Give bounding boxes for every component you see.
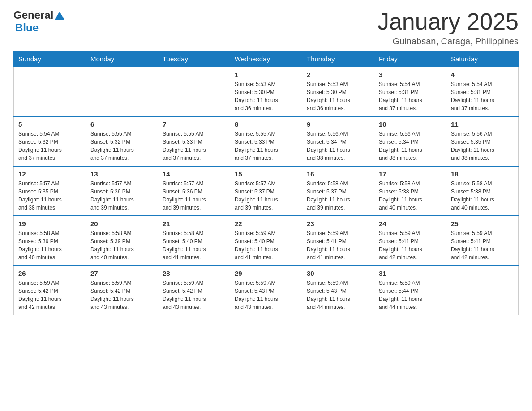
- day-number: 5: [18, 120, 81, 128]
- day-info: Sunrise: 5:59 AMSunset: 5:42 PMDaylight:…: [18, 279, 81, 311]
- calendar-cell: 7Sunrise: 5:55 AMSunset: 5:33 PMDaylight…: [158, 116, 230, 166]
- day-number: 21: [163, 220, 225, 227]
- calendar-cell: 17Sunrise: 5:58 AMSunset: 5:38 PMDayligh…: [374, 166, 446, 216]
- day-number: 7: [163, 120, 225, 128]
- day-number: 15: [235, 170, 297, 178]
- calendar-header-row: SundayMondayTuesdayWednesdayThursdayFrid…: [14, 51, 519, 67]
- day-number: 16: [307, 170, 369, 178]
- day-number: 11: [451, 120, 514, 128]
- day-info: Sunrise: 5:59 AMSunset: 5:43 PMDaylight:…: [307, 279, 369, 311]
- calendar-cell: 21Sunrise: 5:58 AMSunset: 5:40 PMDayligh…: [158, 216, 230, 265]
- calendar-cell: 9Sunrise: 5:56 AMSunset: 5:34 PMDaylight…: [302, 116, 374, 166]
- day-number: 25: [451, 220, 514, 227]
- day-number: 27: [90, 270, 153, 277]
- day-info: Sunrise: 5:58 AMSunset: 5:37 PMDaylight:…: [307, 180, 369, 212]
- day-info: Sunrise: 5:57 AMSunset: 5:35 PMDaylight:…: [18, 180, 81, 212]
- calendar-week-row: 19Sunrise: 5:58 AMSunset: 5:39 PMDayligh…: [14, 216, 519, 265]
- page-header: General Blue January 2025 Guinabsan, Car…: [13, 9, 519, 47]
- day-info: Sunrise: 5:56 AMSunset: 5:35 PMDaylight:…: [451, 130, 514, 162]
- day-number: 10: [379, 120, 442, 128]
- day-number: 6: [90, 120, 153, 128]
- calendar-cell: [446, 265, 519, 315]
- day-number: 17: [379, 170, 442, 178]
- day-info: Sunrise: 5:56 AMSunset: 5:34 PMDaylight:…: [307, 130, 369, 162]
- day-info: Sunrise: 5:58 AMSunset: 5:39 PMDaylight:…: [18, 229, 81, 261]
- calendar-cell: 22Sunrise: 5:59 AMSunset: 5:40 PMDayligh…: [230, 216, 302, 265]
- logo-general-text: General: [13, 9, 53, 21]
- day-number: 30: [307, 270, 369, 277]
- calendar-cell: 8Sunrise: 5:55 AMSunset: 5:33 PMDaylight…: [230, 116, 302, 166]
- logo-triangle-icon: [55, 11, 64, 21]
- calendar-cell: 10Sunrise: 5:56 AMSunset: 5:34 PMDayligh…: [374, 116, 446, 166]
- day-info: Sunrise: 5:53 AMSunset: 5:30 PMDaylight:…: [307, 80, 369, 112]
- month-title: January 2025: [378, 9, 519, 34]
- calendar-cell: 19Sunrise: 5:58 AMSunset: 5:39 PMDayligh…: [14, 216, 86, 265]
- day-info: Sunrise: 5:59 AMSunset: 5:41 PMDaylight:…: [307, 229, 369, 261]
- day-info: Sunrise: 5:53 AMSunset: 5:30 PMDaylight:…: [235, 80, 297, 112]
- day-number: 28: [163, 270, 225, 277]
- day-info: Sunrise: 5:54 AMSunset: 5:32 PMDaylight:…: [18, 130, 81, 162]
- logo: General Blue: [13, 9, 64, 34]
- calendar-cell: 26Sunrise: 5:59 AMSunset: 5:42 PMDayligh…: [14, 265, 86, 315]
- calendar-cell: 31Sunrise: 5:59 AMSunset: 5:44 PMDayligh…: [374, 265, 446, 315]
- calendar-cell: 27Sunrise: 5:59 AMSunset: 5:42 PMDayligh…: [86, 265, 158, 315]
- location-title: Guinabsan, Caraga, Philippines: [378, 36, 519, 47]
- calendar-cell: 18Sunrise: 5:58 AMSunset: 5:38 PMDayligh…: [446, 166, 519, 216]
- calendar-cell: 3Sunrise: 5:54 AMSunset: 5:31 PMDaylight…: [374, 67, 446, 116]
- calendar-day-header: Wednesday: [230, 51, 302, 67]
- day-number: 9: [307, 120, 369, 128]
- calendar-day-header: Thursday: [302, 51, 374, 67]
- day-info: Sunrise: 5:55 AMSunset: 5:33 PMDaylight:…: [235, 130, 297, 162]
- day-number: 1: [235, 71, 297, 78]
- calendar-cell: 11Sunrise: 5:56 AMSunset: 5:35 PMDayligh…: [446, 116, 519, 166]
- day-info: Sunrise: 5:57 AMSunset: 5:37 PMDaylight:…: [235, 180, 297, 212]
- calendar-cell: 28Sunrise: 5:59 AMSunset: 5:42 PMDayligh…: [158, 265, 230, 315]
- calendar-cell: 23Sunrise: 5:59 AMSunset: 5:41 PMDayligh…: [302, 216, 374, 265]
- calendar-cell: [86, 67, 158, 116]
- day-number: 2: [307, 71, 369, 78]
- calendar-week-row: 12Sunrise: 5:57 AMSunset: 5:35 PMDayligh…: [14, 166, 519, 216]
- day-number: 14: [163, 170, 225, 178]
- calendar-day-header: Saturday: [446, 51, 519, 67]
- calendar-cell: 16Sunrise: 5:58 AMSunset: 5:37 PMDayligh…: [302, 166, 374, 216]
- day-number: 24: [379, 220, 442, 227]
- title-area: January 2025 Guinabsan, Caraga, Philippi…: [378, 9, 519, 47]
- day-info: Sunrise: 5:54 AMSunset: 5:31 PMDaylight:…: [379, 80, 442, 112]
- svg-marker-0: [55, 12, 64, 20]
- day-number: 18: [451, 170, 514, 178]
- day-number: 26: [18, 270, 81, 277]
- day-info: Sunrise: 5:59 AMSunset: 5:43 PMDaylight:…: [235, 279, 297, 311]
- day-info: Sunrise: 5:59 AMSunset: 5:42 PMDaylight:…: [163, 279, 225, 311]
- calendar-cell: 15Sunrise: 5:57 AMSunset: 5:37 PMDayligh…: [230, 166, 302, 216]
- day-number: 13: [90, 170, 153, 178]
- day-number: 20: [90, 220, 153, 227]
- calendar-cell: 2Sunrise: 5:53 AMSunset: 5:30 PMDaylight…: [302, 67, 374, 116]
- day-info: Sunrise: 5:57 AMSunset: 5:36 PMDaylight:…: [90, 180, 153, 212]
- calendar-cell: [158, 67, 230, 116]
- day-number: 8: [235, 120, 297, 128]
- day-info: Sunrise: 5:59 AMSunset: 5:44 PMDaylight:…: [379, 279, 442, 311]
- day-number: 4: [451, 71, 514, 78]
- day-info: Sunrise: 5:58 AMSunset: 5:38 PMDaylight:…: [451, 180, 514, 212]
- calendar-table: SundayMondayTuesdayWednesdayThursdayFrid…: [13, 51, 519, 315]
- day-info: Sunrise: 5:56 AMSunset: 5:34 PMDaylight:…: [379, 130, 442, 162]
- calendar-cell: 1Sunrise: 5:53 AMSunset: 5:30 PMDaylight…: [230, 67, 302, 116]
- calendar-cell: 25Sunrise: 5:59 AMSunset: 5:41 PMDayligh…: [446, 216, 519, 265]
- calendar-cell: 20Sunrise: 5:58 AMSunset: 5:39 PMDayligh…: [86, 216, 158, 265]
- calendar-week-row: 26Sunrise: 5:59 AMSunset: 5:42 PMDayligh…: [14, 265, 519, 315]
- day-number: 19: [18, 220, 81, 227]
- calendar-cell: 5Sunrise: 5:54 AMSunset: 5:32 PMDaylight…: [14, 116, 86, 166]
- day-info: Sunrise: 5:58 AMSunset: 5:38 PMDaylight:…: [379, 180, 442, 212]
- day-info: Sunrise: 5:57 AMSunset: 5:36 PMDaylight:…: [163, 180, 225, 212]
- day-info: Sunrise: 5:55 AMSunset: 5:33 PMDaylight:…: [163, 130, 225, 162]
- calendar-cell: 30Sunrise: 5:59 AMSunset: 5:43 PMDayligh…: [302, 265, 374, 315]
- day-number: 22: [235, 220, 297, 227]
- calendar-cell: 29Sunrise: 5:59 AMSunset: 5:43 PMDayligh…: [230, 265, 302, 315]
- calendar-cell: 6Sunrise: 5:55 AMSunset: 5:32 PMDaylight…: [86, 116, 158, 166]
- calendar-cell: 24Sunrise: 5:59 AMSunset: 5:41 PMDayligh…: [374, 216, 446, 265]
- day-info: Sunrise: 5:59 AMSunset: 5:41 PMDaylight:…: [451, 229, 514, 261]
- day-info: Sunrise: 5:59 AMSunset: 5:41 PMDaylight:…: [379, 229, 442, 261]
- day-info: Sunrise: 5:54 AMSunset: 5:31 PMDaylight:…: [451, 80, 514, 112]
- calendar-day-header: Sunday: [14, 51, 86, 67]
- calendar-day-header: Friday: [374, 51, 446, 67]
